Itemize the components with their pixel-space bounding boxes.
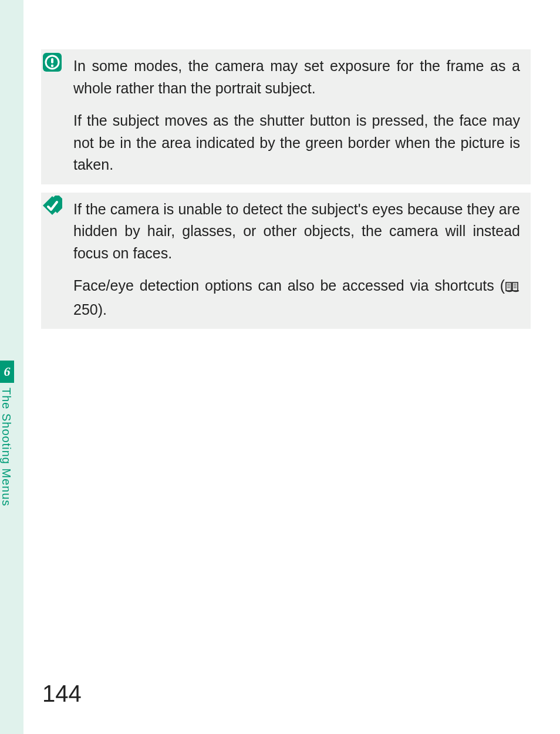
- svg-point-3: [51, 65, 53, 67]
- chapter-number: 6: [4, 364, 11, 379]
- caution-paragraph-2: If the subject moves as the shutter butt…: [73, 110, 520, 176]
- svg-rect-2: [51, 58, 53, 63]
- tip-p2-prefix: Face/eye detection options can also be a…: [73, 277, 505, 294]
- page-ref-icon: [505, 277, 520, 299]
- caution-icon: [42, 52, 62, 72]
- chapter-tab: 6: [0, 361, 14, 383]
- caution-note: In some modes, the camera may set exposu…: [41, 49, 531, 184]
- page-number: 144: [42, 681, 82, 707]
- tip-p2-suffix: 250).: [73, 301, 107, 318]
- tip-paragraph-2: Face/eye detection options can also be a…: [73, 275, 520, 321]
- page-content: In some modes, the camera may set exposu…: [23, 0, 560, 337]
- tip-note: If the camera is unable to detect the su…: [41, 193, 531, 329]
- tip-paragraph-1: If the camera is unable to detect the su…: [73, 198, 520, 265]
- caution-paragraph-1: In some modes, the camera may set exposu…: [73, 55, 520, 99]
- tip-icon: [42, 196, 62, 216]
- chapter-title-vertical: The Shooting Menus: [1, 388, 13, 507]
